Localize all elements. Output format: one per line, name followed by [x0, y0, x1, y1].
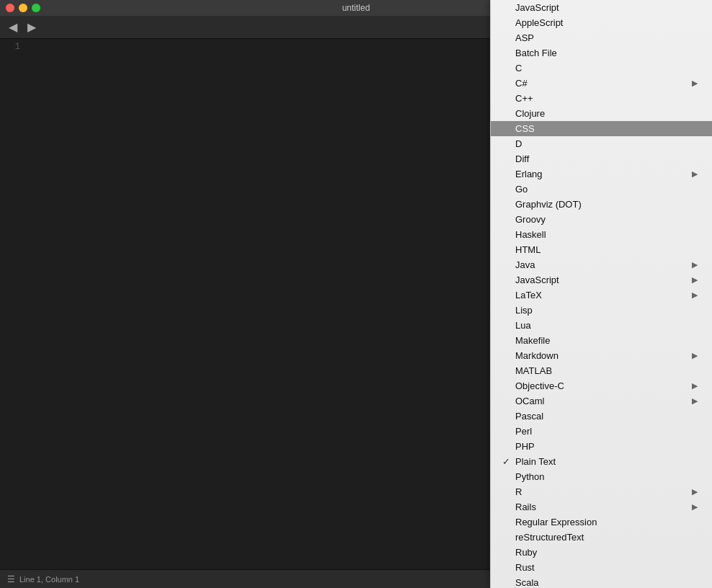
submenu-arrow-icon: ▶	[692, 79, 698, 88]
submenu-arrow-icon: ▶	[692, 275, 698, 285]
menu-item-label: OCaml	[515, 396, 544, 406]
menu-item-batch-file[interactable]: Batch File	[491, 45, 712, 61]
menu-item-ruby[interactable]: Ruby	[491, 545, 712, 560]
menu-item-label: Groovy	[515, 214, 546, 225]
menu-item-ocaml[interactable]: OCaml▶	[491, 393, 712, 409]
forward-button[interactable]: ▶	[23, 19, 40, 36]
menu-item-label: Diff	[515, 153, 529, 164]
menu-item-php[interactable]: PHP	[491, 439, 712, 454]
menu-item-python[interactable]: Python	[491, 469, 712, 484]
menu-item-label: AppleScript	[515, 17, 563, 28]
menu-item-label: C#	[515, 78, 528, 89]
submenu-arrow-icon: ▶	[692, 381, 698, 391]
menu-item-label: R	[515, 486, 522, 497]
menu-item-label: JavaScript	[515, 275, 559, 285]
menu-item-label: Python	[515, 471, 544, 482]
menu-item-erlang[interactable]: Erlang▶	[491, 166, 712, 182]
line-numbers: 1	[0, 39, 26, 569]
menu-item-label: LaTeX	[515, 290, 542, 300]
menu-item-label: Pascal	[515, 411, 543, 422]
menu-item-label: PHP	[515, 441, 535, 452]
menu-item-label: Lisp	[515, 305, 533, 316]
menu-item-label: MATLAB	[515, 365, 552, 376]
checkmark-icon: ✓	[502, 456, 512, 467]
line-number: 1	[0, 42, 20, 52]
menu-item-label: Haskell	[515, 229, 546, 240]
submenu-arrow-icon: ▶	[692, 396, 698, 406]
menu-item-c[interactable]: C#▶	[491, 76, 712, 91]
editor-area: 1	[0, 39, 490, 569]
menu-item-label: Plain Text	[515, 456, 556, 467]
status-left: ☰ Line 1, Column 1	[7, 574, 79, 584]
menu-item-lisp[interactable]: Lisp	[491, 303, 712, 318]
menu-item-asp[interactable]: ASP	[491, 30, 712, 45]
menu-item-label: Erlang	[515, 169, 543, 179]
menu-item-label: D	[515, 138, 522, 149]
menu-item-rails[interactable]: Rails▶	[491, 499, 712, 514]
menu-item-html[interactable]: HTML	[491, 242, 712, 257]
menu-item-d[interactable]: D	[491, 136, 712, 151]
minimize-button[interactable]	[19, 4, 27, 12]
menu-item-label: Java	[515, 259, 535, 270]
menu-item-label: Clojure	[515, 108, 545, 119]
menu-item-label: Go	[515, 184, 528, 195]
menu-item-c[interactable]: C	[491, 61, 712, 76]
menu-item-label: HTML	[515, 244, 540, 255]
menu-item-r[interactable]: R▶	[491, 484, 712, 499]
menu-item-restructuredtext[interactable]: reStructuredText	[491, 530, 712, 545]
menu-item-label: CSS	[515, 123, 535, 134]
menu-item-javascript[interactable]: JavaScript	[491, 0, 712, 15]
menu-item-c[interactable]: C++	[491, 91, 712, 106]
menu-item-label: Batch File	[515, 48, 557, 58]
menu-item-javascript[interactable]: JavaScript▶	[491, 272, 712, 288]
menu-item-go[interactable]: Go	[491, 182, 712, 197]
menu-item-markdown[interactable]: Markdown▶	[491, 348, 712, 363]
menu-item-perl[interactable]: Perl	[491, 424, 712, 439]
menu-item-applescript[interactable]: AppleScript	[491, 15, 712, 30]
menu-item-label: ASP	[515, 32, 534, 43]
menu-item-regular-expression[interactable]: Regular Expression	[491, 514, 712, 530]
menu-item-diff[interactable]: Diff	[491, 151, 712, 166]
cursor-position: Line 1, Column 1	[19, 575, 79, 584]
submenu-arrow-icon: ▶	[692, 290, 698, 300]
menu-item-makefile[interactable]: Makefile	[491, 333, 712, 348]
submenu-arrow-icon: ▶	[692, 487, 698, 496]
language-menu[interactable]: JavaScriptAppleScriptASPBatch FileCC#▶C+…	[490, 0, 712, 588]
back-button[interactable]: ◀	[4, 19, 22, 36]
menu-item-label: Scala	[515, 577, 539, 588]
menu-item-objective-c[interactable]: Objective-C▶	[491, 378, 712, 393]
menu-item-label: Rust	[515, 562, 535, 573]
menu-item-rust[interactable]: Rust	[491, 560, 712, 575]
menu-item-label: Perl	[515, 426, 532, 437]
submenu-arrow-icon: ▶	[692, 169, 698, 179]
menu-item-label: Regular Expression	[515, 517, 597, 527]
close-button[interactable]	[6, 4, 14, 12]
menu-item-label: Lua	[515, 320, 531, 331]
menu-item-matlab[interactable]: MATLAB	[491, 363, 712, 378]
submenu-arrow-icon: ▶	[692, 502, 698, 512]
menu-item-groovy[interactable]: Groovy	[491, 212, 712, 227]
menu-item-scala[interactable]: Scala	[491, 575, 712, 588]
menu-item-clojure[interactable]: Clojure	[491, 106, 712, 121]
menu-item-plain-text[interactable]: ✓Plain Text	[491, 454, 712, 469]
window-controls[interactable]	[6, 4, 40, 12]
menu-item-java[interactable]: Java▶	[491, 257, 712, 272]
menu-item-label: JavaScript	[515, 2, 559, 13]
menu-item-label: Rails	[515, 502, 536, 512]
menu-item-css[interactable]: CSS	[491, 121, 712, 136]
menu-item-graphviz-dot[interactable]: Graphviz (DOT)	[491, 197, 712, 212]
menu-item-latex[interactable]: LaTeX▶	[491, 288, 712, 303]
menu-item-label: Objective-C	[515, 380, 564, 391]
window-title: untitled	[342, 3, 370, 13]
menu-item-haskell[interactable]: Haskell	[491, 227, 712, 242]
menu-item-label: Ruby	[515, 547, 537, 558]
editor-content[interactable]	[26, 39, 490, 569]
menu-item-lua[interactable]: Lua	[491, 318, 712, 333]
menu-item-label: C++	[515, 93, 533, 104]
menu-item-label: Markdown	[515, 350, 559, 361]
submenu-arrow-icon: ▶	[692, 260, 698, 270]
status-icon: ☰	[7, 574, 15, 584]
menu-item-pascal[interactable]: Pascal	[491, 409, 712, 424]
maximize-button[interactable]	[32, 4, 40, 12]
submenu-arrow-icon: ▶	[692, 351, 698, 360]
